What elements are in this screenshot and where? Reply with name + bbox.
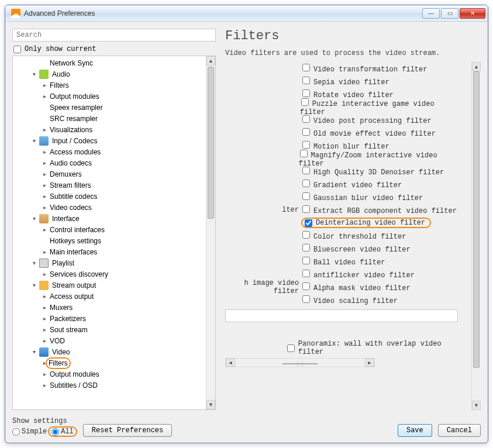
tree-main-interfaces[interactable]: ▸Main interfaces [13,246,206,257]
filter-checkbox[interactable] [302,205,310,213]
scroll-down-icon[interactable]: ▼ [472,401,481,410]
search-input[interactable] [12,29,216,42]
filter-checkbox[interactable] [302,282,310,290]
filter-checkbox[interactable] [302,89,310,97]
save-button[interactable]: Save [398,424,432,437]
tree-input-codecs[interactable]: ▾Input / Codecs [13,135,206,146]
filter-option[interactable]: Extract RGB component video filter [301,205,457,215]
tree-control-interfaces[interactable]: ▸Control interfaces [13,224,206,235]
filter-checkbox[interactable] [302,231,310,239]
filter-option[interactable]: Gradient video filter [301,180,402,189]
filter-option[interactable]: Bluescreen video filter [301,244,411,254]
scroll-thumb[interactable] [208,67,214,219]
filter-checkbox[interactable] [287,344,295,352]
filter-option[interactable]: High Quality 3D Denoiser filter [301,167,444,177]
tree-audio-output[interactable]: ▸Output modules [13,91,206,102]
filter-option[interactable]: Old movie effect video filter [301,128,436,138]
tree-audio-filters[interactable]: ▸Filters [13,80,206,91]
filter-option[interactable]: Alpha mask video filter [301,282,411,292]
filter-checkbox[interactable] [302,257,310,264]
filter-option[interactable]: Video scaling filter [301,295,398,305]
expander-icon[interactable]: ▸ [41,204,48,211]
filter-checkbox[interactable] [302,141,310,149]
filter-checkbox[interactable] [302,270,310,277]
filter-option[interactable]: Color threshold filter [301,231,406,241]
filter-text-input[interactable] [225,309,458,322]
tree-audio-codecs[interactable]: ▸Audio codecs [13,157,206,168]
filter-checkbox[interactable] [302,77,310,84]
tree-stream-filters[interactable]: ▸Stream filters [13,180,206,191]
tree-hotkeys[interactable]: Hotkeys settings [13,235,206,246]
tree-video-output[interactable]: ▸Output modules [13,368,206,380]
tree-video-codecs[interactable]: ▸Video codecs [13,202,206,213]
tree-muxers[interactable]: ▸Muxers [13,302,206,313]
expander-icon[interactable]: ▸ [41,304,48,311]
tree-stream-output[interactable]: ▾Stream output [13,280,206,291]
all-radio-label[interactable]: All [51,428,74,436]
filter-checkbox[interactable] [305,219,312,227]
tree-vod[interactable]: ▸VOD [13,335,206,346]
tree-subtitles-osd[interactable]: ▸Subtitles / OSD [13,380,206,391]
scroll-down-icon[interactable]: ▼ [206,400,215,409]
scroll-up-icon[interactable]: ▲ [472,62,481,71]
close-button[interactable]: ✕ [460,8,485,19]
expander-icon[interactable]: ▸ [41,226,48,233]
filter-checkbox[interactable] [301,98,309,106]
tree-network-sync[interactable]: Network Sync [13,57,206,68]
expander-icon[interactable]: ▾ [30,137,37,144]
filter-option[interactable]: Video transformation filter [301,64,427,74]
all-radio[interactable] [51,428,59,436]
filter-checkbox[interactable] [302,115,310,123]
scroll-up-icon[interactable]: ▲ [206,56,215,66]
filter-checkbox[interactable] [302,180,310,187]
tree-demuxers[interactable]: ▸Demuxers [13,168,206,180]
tree-access-output[interactable]: ▸Access output [13,291,206,302]
maximize-button[interactable]: ▭ [441,8,458,19]
tree-services-discovery[interactable]: ▸Services discovery [13,268,206,280]
tree-interface[interactable]: ▾Interface [13,213,206,224]
filter-checkbox[interactable] [302,167,310,174]
filter-checkbox[interactable] [302,128,310,136]
tree-sout-stream[interactable]: ▸Sout stream [13,324,206,335]
scroll-left-icon[interactable]: ◀ [226,359,235,367]
tree-packetizers[interactable]: ▸Packetizers [13,313,206,324]
filter-option[interactable]: Video post processing filter [301,115,432,125]
expander-icon[interactable]: ▸ [41,93,48,99]
filter-option[interactable]: antiflicker video filter [301,270,415,280]
expander-icon[interactable]: ▸ [41,160,48,166]
tree-video-filters[interactable]: ▸Filters [13,357,206,368]
tree-src[interactable]: SRC resampler [13,113,206,124]
expander-icon[interactable]: ▸ [41,315,48,322]
filter-option[interactable]: Magnify/Zoom interactive video filter [299,150,461,168]
expander-icon[interactable]: ▸ [41,149,48,155]
filter-option[interactable]: Puzzle interactive game video filter [300,98,461,116]
expander-icon[interactable]: ▸ [41,326,48,333]
tree-visualizations[interactable]: ▸Visualizations [13,124,206,135]
tree-vscrollbar[interactable]: ▲ ▼ [206,56,215,409]
filter-option[interactable]: Gaussian blur video filter [301,192,423,202]
cancel-button[interactable]: Cancel [438,424,481,437]
expander-icon[interactable]: ▾ [30,349,37,355]
filter-checkbox[interactable] [302,244,310,251]
scroll-thumb[interactable]: ⋮⋮ [282,363,318,364]
filter-checkbox[interactable] [302,295,310,303]
minimize-button[interactable]: — [422,8,440,19]
filter-option[interactable]: Ball video filter [301,257,385,267]
expander-icon[interactable]: ▸ [41,371,48,377]
filter-option[interactable]: Sepia video filter [301,77,389,87]
filter-option[interactable]: Deinterlacing video filter [301,218,431,228]
expander-icon[interactable]: ▸ [41,382,48,388]
expander-icon[interactable]: ▸ [41,271,48,277]
expander-icon[interactable]: ▸ [41,293,48,299]
filter-checkbox[interactable] [302,192,310,200]
only-show-current[interactable]: Only show current [12,45,216,53]
filter-checkbox[interactable] [302,64,310,71]
category-tree[interactable]: Network Sync▾Audio▸Filters▸Output module… [13,56,206,409]
tree-access-modules[interactable]: ▸Access modules [13,146,206,157]
tree-playlist[interactable]: ▾Playlist [13,257,206,268]
tree-video[interactable]: ▾Video [13,346,206,357]
expander-icon[interactable]: ▸ [41,171,48,177]
expander-icon[interactable]: ▸ [41,182,48,188]
tree-audio[interactable]: ▾Audio [13,68,206,80]
tree-speex[interactable]: Speex resampler [13,102,206,113]
